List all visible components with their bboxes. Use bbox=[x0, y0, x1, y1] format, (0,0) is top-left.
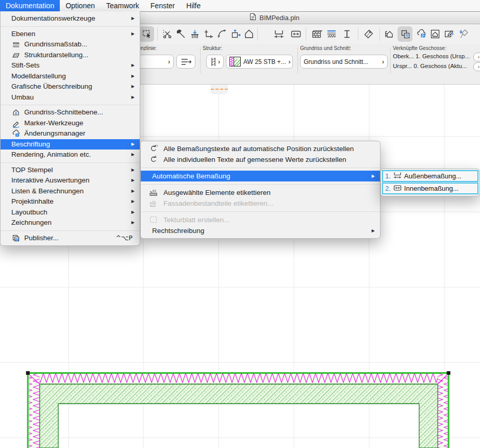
partial-toolbar-icon[interactable] bbox=[472, 27, 480, 41]
menu-item-interaktive-auswertungen[interactable]: Interaktive Auswertungen▶ bbox=[1, 175, 140, 186]
submenu-arrow-icon: ▶ bbox=[131, 13, 135, 24]
wall-section-icon bbox=[210, 57, 217, 67]
menu-divider bbox=[141, 211, 380, 212]
composite-swatch-icon bbox=[229, 57, 241, 67]
reset-1-icon: 1 bbox=[149, 155, 158, 163]
geschoss-row-top: Oberk... 1. Geschoss (Ursp... bbox=[393, 53, 470, 59]
menu-item-rendering-animation[interactable]: Rendering, Animation etc.▶ bbox=[1, 150, 140, 160]
automatische-bemassung-submenu: 1. Außenbemaßung... 2. Innenbemaßung... bbox=[380, 169, 480, 196]
menubar-item-hilfe[interactable]: Hilfe bbox=[180, 0, 206, 11]
menubar-item-fenster[interactable]: Fenster bbox=[145, 0, 180, 11]
menu-item-fassadenbestandteile-etikettieren[interactable]: A1 Fassadenbestandteile etikettieren... bbox=[141, 198, 380, 209]
grundriss-schnitt-value: Grundriss und Schnitt... bbox=[304, 58, 368, 65]
rename-pencil-button[interactable] bbox=[442, 27, 456, 41]
menu-item-projektinhalte[interactable]: Projektinhalte▶ bbox=[1, 196, 140, 207]
menu-item-reset-individuelle-texte[interactable]: 1 Alle individuellen Texte auf gemessene… bbox=[141, 154, 380, 165]
menu-item-dokumentationswerkzeuge[interactable]: Dokumentationswerkzeuge▶ bbox=[1, 13, 140, 24]
brick-wall-button[interactable] bbox=[310, 27, 323, 41]
submenu-arrow-icon: ▶ bbox=[372, 171, 375, 181]
inner-dimension-button[interactable] bbox=[288, 27, 304, 41]
wall-structure-button[interactable]: › bbox=[206, 55, 224, 69]
menu-item-aenderungsmanager[interactable]: Änderungsmanager bbox=[1, 128, 140, 139]
submenu-arrow-icon: ▶ bbox=[372, 225, 375, 236]
selection-handle[interactable] bbox=[447, 371, 451, 375]
menu-item-modelldarstellung[interactable]: Modelldarstellung▶ bbox=[1, 71, 140, 82]
menu-item-stift-sets[interactable]: Stift-Sets▶ bbox=[1, 60, 140, 71]
steel-beam-button[interactable] bbox=[340, 27, 354, 41]
menu-item-innenbemassung[interactable]: 2. Innenbemaßung... bbox=[382, 182, 478, 194]
menu-item-beschriftung[interactable]: Beschriftung▶ bbox=[1, 139, 140, 150]
inner-dimension-icon bbox=[393, 184, 402, 193]
submenu-arrow-icon: ▶ bbox=[131, 196, 135, 207]
menu-item-label: Innenbemaßung... bbox=[404, 185, 459, 192]
menu-item-label: Außenbemaßung... bbox=[404, 172, 461, 180]
scissors-split-button[interactable] bbox=[160, 27, 174, 41]
composite-dropdown[interactable]: AW 25 STB +... › bbox=[226, 55, 293, 69]
menu-item-automatische-bemassung[interactable]: Automatische Bemaßung▶ bbox=[141, 171, 380, 181]
menubar-item-optionen[interactable]: Optionen bbox=[60, 0, 101, 11]
paint-brush-button[interactable] bbox=[457, 27, 470, 41]
geschoss-top-select-button[interactable]: › bbox=[473, 53, 480, 61]
scale-ruler-icon bbox=[12, 40, 21, 48]
menu-item-grundrissmassstab[interactable]: Grundrissmaßstab... bbox=[1, 39, 140, 50]
svg-text:A1: A1 bbox=[152, 200, 156, 203]
menu-item-ebenen[interactable]: Ebenen▶ bbox=[1, 29, 140, 40]
menu-item-zeichnungen[interactable]: Zeichnungen▶ bbox=[1, 218, 140, 228]
annotation-number: 1. bbox=[385, 172, 391, 180]
roof-tool-button[interactable] bbox=[242, 27, 256, 41]
menu-item-tekturblatt-erstellen[interactable]: Tekturblatt erstellen... bbox=[141, 214, 380, 225]
menu-item-strukturdarstellung[interactable]: Strukturdarstellung... bbox=[1, 50, 140, 61]
submenu-arrow-icon: ▶ bbox=[131, 60, 135, 71]
archicad-window: BIMPedia.pln bbox=[0, 0, 480, 448]
menubar-item-teamwork[interactable]: Teamwork bbox=[101, 0, 145, 11]
collapsed-palette-tab[interactable] bbox=[210, 84, 228, 94]
menubar-item-dokumentation[interactable]: Dokumentation bbox=[0, 0, 60, 11]
link-elements-button[interactable] bbox=[398, 26, 412, 42]
cut-plane-icon bbox=[12, 108, 21, 117]
menu-item-layoutbuch[interactable]: Layoutbuch▶ bbox=[1, 207, 140, 218]
label-a1-icon: A1 bbox=[149, 188, 158, 196]
document-icon bbox=[250, 13, 256, 23]
menu-divider bbox=[141, 168, 380, 168]
outer-dimension-button[interactable] bbox=[271, 27, 287, 41]
menu-item-grafische-ueberschreibung[interactable]: Grafische Überschreibung▶ bbox=[1, 81, 140, 92]
grundriss-schnitt-dropdown[interactable]: Grundriss und Schnitt... › bbox=[300, 55, 388, 69]
slab-layers-button[interactable] bbox=[325, 27, 338, 41]
view-house-button[interactable] bbox=[428, 27, 442, 41]
change-cloud-button[interactable] bbox=[415, 27, 428, 41]
submenu-arrow-icon: ▶ bbox=[131, 218, 135, 228]
menu-item-publisher[interactable]: Publisher... ^⌥P bbox=[1, 233, 140, 244]
annotation-number: 2. bbox=[385, 185, 391, 192]
menu-item-top-stempel[interactable]: TOP Stempel▶ bbox=[1, 165, 140, 176]
geschoss-row-bottom: Urspr... 0. Geschoss (Aktu... bbox=[393, 63, 467, 69]
marker-pen-icon bbox=[12, 119, 21, 127]
selected-wall[interactable] bbox=[26, 371, 451, 448]
tag-label-button[interactable] bbox=[362, 27, 375, 41]
submenu-arrow-icon: ▶ bbox=[131, 139, 135, 150]
menu-item-marker-werkzeuge[interactable]: Marker-Werkzeuge bbox=[1, 118, 140, 129]
outer-dimension-icon bbox=[393, 171, 402, 181]
submenu-arrow-icon: ▶ bbox=[131, 29, 135, 40]
menu-item-elemente-etikettieren[interactable]: A1 Ausgewählte Elemente etikettieren bbox=[141, 187, 380, 198]
selection-handle[interactable] bbox=[26, 371, 30, 375]
submenu-arrow-icon: ▶ bbox=[131, 150, 135, 160]
submenu-arrow-icon: ▶ bbox=[131, 165, 135, 176]
resize-box-button[interactable] bbox=[229, 27, 242, 41]
menu-item-reset-bemassungstexte[interactable]: XY Alle Bemaßungstexte auf automatische … bbox=[141, 143, 380, 154]
trim-corner-button[interactable] bbox=[202, 27, 216, 41]
favorites-house-button[interactable] bbox=[383, 27, 396, 41]
geschoss-bottom-select-button[interactable]: › bbox=[473, 62, 480, 71]
fillet-arc-button[interactable] bbox=[216, 27, 229, 41]
chevron-right-icon: › bbox=[218, 58, 220, 65]
submenu-arrow-icon: ▶ bbox=[131, 71, 135, 82]
axe-adjust-button[interactable] bbox=[174, 27, 188, 41]
menu-item-listen-berechnungen[interactable]: Listen & Berechnungen▶ bbox=[1, 186, 140, 197]
menu-item-grundriss-schnittebene[interactable]: Grundriss-Schnittebene... bbox=[1, 107, 140, 118]
extend-elements-button[interactable] bbox=[188, 27, 202, 41]
menu-item-aussenbemassung[interactable]: 1. Außenbemaßung... bbox=[382, 170, 478, 182]
menu-item-rechtschreibung[interactable]: Rechtschreibung▶ bbox=[141, 225, 380, 236]
referenzlinie-offset-button[interactable] bbox=[176, 55, 195, 69]
chevron-right-icon: › bbox=[382, 58, 384, 65]
marquee-select-button[interactable] bbox=[139, 26, 154, 42]
menu-item-umbau[interactable]: Umbau▶ bbox=[1, 92, 140, 103]
